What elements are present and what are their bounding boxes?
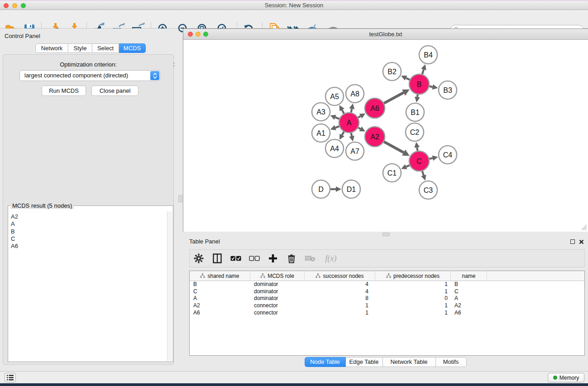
graph-edge-A2-C xyxy=(384,142,404,152)
tab-select[interactable]: Select xyxy=(92,43,119,53)
graph-edge-B-B3 xyxy=(430,86,433,87)
mcds-result-item[interactable]: A xyxy=(11,220,167,228)
optimization-criterion-label: Optimization criterion: xyxy=(3,61,173,68)
mcds-result-item[interactable]: C xyxy=(11,235,167,243)
network-canvas[interactable]: AA1A2A3A4A5A6A7A8BB1B2B3B4CC1C2C3C4DD1 xyxy=(183,40,588,232)
mcds-result-title: MCDS result (5 nodes) xyxy=(10,202,74,209)
graph-edge-C-C3 xyxy=(422,171,424,176)
graph-node-label: C3 xyxy=(424,186,433,194)
table-row[interactable]: Cdominator41C xyxy=(190,288,584,295)
graph-edge-A-A8 xyxy=(351,109,352,112)
network-window-titlebar[interactable]: testGlobe.txt xyxy=(183,29,588,40)
trash-icon xyxy=(287,254,296,263)
graph-node-label: A4 xyxy=(330,145,339,152)
tab-network-table[interactable]: Network Table xyxy=(383,357,436,367)
minimize-view-button[interactable] xyxy=(196,32,201,37)
table-cell: 1 xyxy=(305,310,375,317)
criterion-dropdown[interactable]: largest connected component (directed) xyxy=(19,70,160,81)
graph-node-label: B3 xyxy=(443,86,452,94)
delete-table-button[interactable] xyxy=(305,253,316,264)
tab-motifs[interactable]: Motifs xyxy=(436,357,467,367)
graph-node-label: D1 xyxy=(347,186,356,193)
table-cell: C xyxy=(451,288,487,295)
tab-node-table[interactable]: Node Table xyxy=(305,357,346,367)
table-row[interactable]: A2connector11A2 xyxy=(190,302,584,310)
table-cell: B xyxy=(451,281,487,288)
column-header-successor-nodes[interactable]: successor nodes xyxy=(305,271,375,281)
table-panel-title: Table Panel xyxy=(189,238,220,245)
node-table-header: shared nameMCDS rolesuccessor nodesprede… xyxy=(190,271,584,281)
graph-node-label: C2 xyxy=(410,129,420,136)
table-row[interactable]: Adominator80A xyxy=(190,295,584,302)
zoom-window-button[interactable] xyxy=(21,3,26,8)
task-history-button[interactable] xyxy=(5,373,16,382)
column-header-shared-name[interactable]: shared name xyxy=(190,271,250,281)
tab-mcds[interactable]: MCDS xyxy=(119,43,146,53)
column-header-empty xyxy=(487,271,584,281)
graph-node-label: D xyxy=(318,186,324,193)
table-cell: A2 xyxy=(190,302,250,310)
table-cell: B xyxy=(190,281,250,288)
table-cell: 4 xyxy=(305,281,375,288)
cytoscape-app: { "titlebar": { "title": "Session: New S… xyxy=(0,0,588,386)
mcds-result-item[interactable]: A2 xyxy=(11,213,167,220)
deselect-all-icon xyxy=(249,256,260,261)
graph-node-label: A2 xyxy=(370,133,379,141)
memory-button[interactable]: Memory xyxy=(548,373,584,382)
graph-edge-A-A7 xyxy=(351,133,352,136)
tab-network[interactable]: Network xyxy=(35,43,68,53)
network-graph: AA1A2A3A4A5A6A7A8BB1B2B3B4CC1C2C3C4DD1 xyxy=(183,40,588,232)
graph-edge-A-A6 xyxy=(358,116,361,118)
deselect-all-rows-button[interactable] xyxy=(249,253,260,264)
graph-node-label: B1 xyxy=(411,109,420,116)
settings-button[interactable] xyxy=(193,253,204,264)
minimize-window-button[interactable] xyxy=(12,3,17,8)
plus-icon xyxy=(268,254,277,263)
float-panel-icon[interactable] xyxy=(570,239,575,244)
graph-node-label: A3 xyxy=(316,108,325,116)
graph-edge-B-B4 xyxy=(422,69,424,74)
graph-edge-A-A1 xyxy=(335,126,339,128)
arrowhead-icon xyxy=(414,142,420,148)
table-row[interactable]: A6connector11A6 xyxy=(190,310,584,317)
tab-style[interactable]: Style xyxy=(68,43,92,53)
column-header-predecessor-nodes[interactable]: predecessor nodes xyxy=(375,271,451,281)
table-cell: 1 xyxy=(375,302,451,310)
mcds-result-scrollbar[interactable] xyxy=(167,211,172,361)
mcds-result-box: MCDS result (5 nodes) A2ABCA6 xyxy=(8,205,173,362)
graph-edge-A-A4 xyxy=(342,132,344,135)
graph-node-label: C1 xyxy=(387,169,397,177)
run-mcds-button[interactable]: Run MCDS xyxy=(42,86,86,96)
graph-node-label: A8 xyxy=(350,90,359,98)
mcds-result-list[interactable]: A2ABCA6 xyxy=(9,211,167,361)
tab-edge-table[interactable]: Edge Table xyxy=(346,357,383,367)
function-builder-button[interactable]: f(x) xyxy=(323,253,339,264)
close-panel-icon[interactable] xyxy=(579,239,584,244)
attribute-icon xyxy=(316,273,320,278)
panel-divider-grip[interactable] xyxy=(178,195,182,202)
mcds-result-item[interactable]: B xyxy=(11,228,167,235)
app-titlebar[interactable]: Session: New Session xyxy=(0,1,588,10)
close-view-button[interactable] xyxy=(188,32,193,37)
show-hide-columns-button[interactable] xyxy=(212,253,223,264)
graph-node-label: B xyxy=(417,81,422,88)
zoom-view-button[interactable] xyxy=(203,32,208,37)
desktop-edge-bottom xyxy=(0,383,588,386)
panel-divider-grip[interactable] xyxy=(382,233,390,236)
column-header-MCDS-role[interactable]: MCDS role xyxy=(250,271,305,281)
network-view-title: testGlobe.txt xyxy=(369,31,402,38)
close-panel-button[interactable]: Close panel xyxy=(91,86,139,96)
graph-edge-A-A2 xyxy=(358,128,360,129)
close-window-button[interactable] xyxy=(4,3,9,8)
select-all-rows-button[interactable] xyxy=(230,253,241,264)
main-toolbar xyxy=(0,10,588,29)
graph-edge-C-C2 xyxy=(417,148,417,151)
table-row[interactable]: Bdominator41B xyxy=(190,281,584,288)
delete-column-button[interactable] xyxy=(286,253,297,264)
mcds-result-item[interactable]: A6 xyxy=(11,243,167,250)
graph-edge-A-A5 xyxy=(342,110,344,114)
network-window-controls xyxy=(188,32,208,37)
resize-grip-icon[interactable] xyxy=(581,224,587,230)
column-header-name[interactable]: name xyxy=(451,271,487,281)
add-column-button[interactable] xyxy=(268,253,278,264)
